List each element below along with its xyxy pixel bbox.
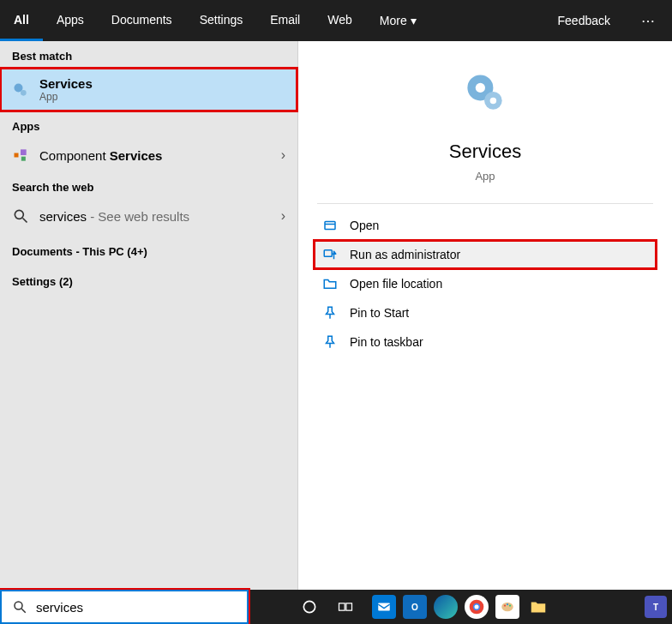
result-item-component-services[interactable]: Component Services › — [0, 138, 297, 172]
action-open[interactable]: Open — [314, 211, 657, 240]
svg-point-24 — [475, 605, 479, 609]
filter-tab-email[interactable]: Email — [256, 0, 314, 41]
result-item-services[interactable]: Services App — [0, 68, 297, 111]
svg-point-1 — [21, 90, 27, 96]
section-header-settings[interactable]: Settings (2) — [0, 263, 297, 293]
detail-pane: Services App Open Run as administrator — [297, 41, 672, 590]
open-icon — [322, 218, 338, 233]
result-bold: Services — [110, 148, 163, 163]
taskbar-app-teams[interactable]: T — [643, 590, 669, 624]
section-header-web: Search the web — [0, 172, 297, 199]
svg-point-27 — [507, 603, 508, 605]
result-item-web-search[interactable]: services - See web results › — [0, 199, 297, 233]
result-title: services - See web results — [39, 209, 189, 224]
action-list: Open Run as administrator Open file loca… — [298, 211, 672, 357]
folder-icon — [322, 276, 338, 291]
action-label: Open — [350, 219, 379, 232]
search-input[interactable] — [36, 600, 237, 615]
svg-line-17 — [21, 609, 26, 613]
taskbar-apps: O — [363, 590, 554, 624]
detail-title: Services — [449, 141, 521, 163]
search-results-main: Best match Services App Apps Component S… — [0, 41, 672, 590]
result-prefix: Component — [39, 148, 110, 163]
chevron-down-icon: ▾ — [411, 14, 417, 27]
svg-rect-19 — [339, 603, 345, 610]
options-icon[interactable]: ⋯ — [626, 0, 672, 41]
svg-point-16 — [15, 602, 22, 609]
pin-icon — [322, 334, 338, 350]
result-title: Services — [39, 76, 93, 91]
taskbar-system-icons — [249, 590, 363, 624]
task-view-icon[interactable] — [327, 590, 363, 624]
svg-rect-3 — [21, 149, 27, 155]
svg-point-5 — [15, 210, 23, 219]
detail-header: Services App — [298, 67, 672, 183]
result-title: Component Services — [39, 148, 162, 163]
filter-tab-documents[interactable]: Documents — [98, 0, 186, 41]
chevron-right-icon: › — [281, 147, 285, 163]
section-header-documents[interactable]: Documents - This PC (4+) — [0, 233, 297, 263]
web-query: services — [39, 209, 87, 224]
filter-tab-settings[interactable]: Settings — [186, 0, 257, 41]
taskbar-app-explorer[interactable] — [523, 590, 554, 624]
taskbar-app-paint[interactable] — [492, 590, 523, 624]
action-pin-start[interactable]: Pin to Start — [314, 298, 657, 327]
search-icon — [12, 599, 27, 615]
feedback-link[interactable]: Feedback — [543, 0, 626, 41]
svg-rect-11 — [325, 222, 335, 230]
taskbar-search-box[interactable] — [0, 590, 249, 624]
web-suffix: - See web results — [87, 209, 189, 224]
taskbar-tray: T — [643, 590, 672, 624]
chevron-right-icon: › — [281, 208, 285, 224]
pin-icon — [322, 305, 338, 321]
detail-subtitle: App — [475, 170, 495, 183]
gear-icon — [12, 81, 29, 99]
svg-point-10 — [490, 98, 497, 105]
action-label: Open file location — [350, 277, 442, 291]
cortana-icon[interactable] — [291, 590, 327, 624]
svg-point-28 — [509, 604, 511, 606]
svg-rect-13 — [324, 250, 332, 257]
action-label: Run as administrator — [350, 248, 460, 261]
divider — [317, 203, 653, 204]
svg-point-8 — [476, 83, 485, 93]
action-pin-taskbar[interactable]: Pin to taskbar — [314, 327, 657, 357]
filter-tab-web[interactable]: Web — [314, 0, 366, 41]
svg-rect-20 — [346, 603, 352, 610]
search-icon — [12, 207, 29, 225]
taskbar-app-chrome[interactable] — [461, 590, 492, 624]
component-icon — [12, 147, 29, 164]
svg-line-6 — [23, 219, 27, 223]
filter-tab-apps[interactable]: Apps — [43, 0, 98, 41]
svg-rect-21 — [378, 603, 390, 611]
taskbar-app-outlook[interactable]: O — [399, 590, 430, 624]
action-label: Pin to Start — [350, 306, 409, 320]
taskbar: O T — [0, 590, 672, 624]
svg-rect-2 — [15, 153, 19, 158]
svg-point-18 — [303, 601, 315, 612]
taskbar-app-edge[interactable] — [430, 590, 461, 624]
section-header-apps: Apps — [0, 111, 297, 138]
section-header-best-match: Best match — [0, 41, 297, 68]
filter-tab-all[interactable]: All — [0, 0, 43, 41]
action-open-location[interactable]: Open file location — [314, 269, 657, 298]
action-run-as-admin[interactable]: Run as administrator — [314, 240, 657, 269]
search-filter-bar: All Apps Documents Settings Email Web Mo… — [0, 0, 672, 41]
taskbar-app-mail[interactable] — [369, 590, 399, 624]
filter-more-label: More — [380, 14, 407, 27]
filter-more-dropdown[interactable]: More ▾ — [366, 0, 430, 41]
admin-icon — [322, 247, 338, 262]
results-pane: Best match Services App Apps Component S… — [0, 41, 297, 590]
services-app-icon — [459, 67, 511, 118]
result-subtitle: App — [39, 91, 93, 103]
result-text: Services App — [39, 76, 93, 103]
svg-rect-4 — [21, 157, 26, 161]
svg-point-26 — [504, 604, 506, 606]
action-label: Pin to taskbar — [350, 335, 423, 349]
